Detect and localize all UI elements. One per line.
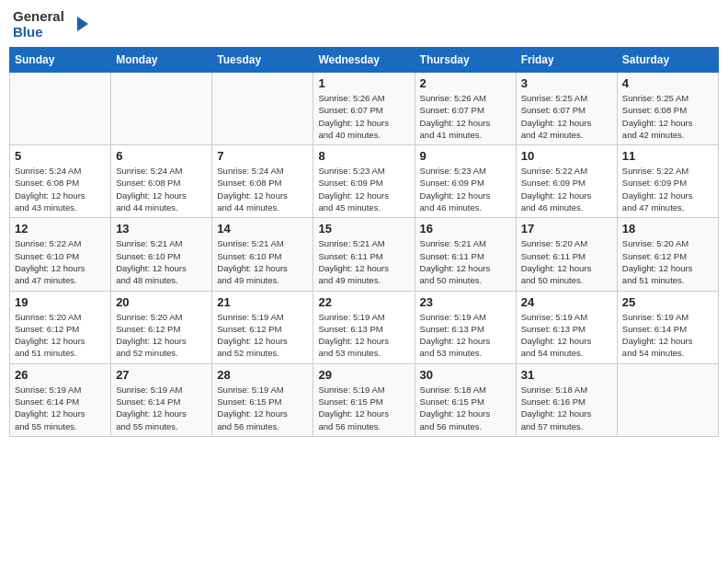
logo-line2: Blue	[13, 25, 64, 40]
calendar-cell: 3Sunrise: 5:25 AMSunset: 6:07 PMDaylight…	[516, 73, 617, 145]
day-number: 30	[420, 368, 511, 382]
day-info: Sunrise: 5:26 AMSunset: 6:07 PMDaylight:…	[420, 92, 511, 141]
day-info: Sunrise: 5:22 AMSunset: 6:09 PMDaylight:…	[622, 165, 713, 213]
day-info: Sunrise: 5:23 AMSunset: 6:09 PMDaylight:…	[318, 165, 409, 213]
calendar-cell: 25Sunrise: 5:19 AMSunset: 6:14 PMDayligh…	[617, 291, 718, 363]
day-number: 22	[318, 295, 409, 309]
day-number: 14	[217, 222, 308, 236]
calendar-cell: 26Sunrise: 5:19 AMSunset: 6:14 PMDayligh…	[10, 363, 111, 436]
calendar-cell: 27Sunrise: 5:19 AMSunset: 6:14 PMDayligh…	[111, 363, 212, 436]
day-info: Sunrise: 5:21 AMSunset: 6:11 PMDaylight:…	[420, 237, 511, 286]
day-info: Sunrise: 5:26 AMSunset: 6:07 PMDaylight:…	[318, 92, 409, 141]
calendar-cell: 13Sunrise: 5:21 AMSunset: 6:10 PMDayligh…	[111, 218, 212, 291]
calendar-cell: 31Sunrise: 5:18 AMSunset: 6:16 PMDayligh…	[516, 363, 617, 436]
calendar-cell: 30Sunrise: 5:18 AMSunset: 6:15 PMDayligh…	[415, 363, 516, 436]
day-number: 18	[622, 222, 713, 236]
day-number: 27	[116, 368, 207, 382]
logo: General Blue	[13, 9, 88, 40]
calendar-cell	[111, 73, 212, 145]
calendar-cell	[10, 73, 111, 145]
day-number: 13	[116, 222, 207, 236]
calendar-cell: 15Sunrise: 5:21 AMSunset: 6:11 PMDayligh…	[313, 218, 415, 291]
day-info: Sunrise: 5:19 AMSunset: 6:14 PMDaylight:…	[15, 384, 106, 432]
day-number: 6	[116, 149, 207, 163]
day-info: Sunrise: 5:19 AMSunset: 6:14 PMDaylight:…	[622, 311, 713, 360]
day-info: Sunrise: 5:20 AMSunset: 6:11 PMDaylight:…	[521, 237, 612, 286]
day-info: Sunrise: 5:21 AMSunset: 6:10 PMDaylight:…	[116, 237, 207, 286]
day-number: 25	[622, 295, 713, 309]
calendar-cell: 28Sunrise: 5:19 AMSunset: 6:15 PMDayligh…	[212, 363, 313, 436]
day-info: Sunrise: 5:19 AMSunset: 6:12 PMDaylight:…	[217, 311, 308, 360]
calendar-cell: 1Sunrise: 5:26 AMSunset: 6:07 PMDaylight…	[313, 73, 415, 145]
weekday-header: Friday	[516, 48, 617, 73]
calendar-cell	[212, 73, 313, 145]
calendar-cell: 10Sunrise: 5:22 AMSunset: 6:09 PMDayligh…	[516, 145, 617, 218]
day-number: 24	[521, 295, 612, 309]
day-number: 28	[217, 368, 308, 382]
day-info: Sunrise: 5:19 AMSunset: 6:13 PMDaylight:…	[420, 311, 511, 360]
calendar-cell: 11Sunrise: 5:22 AMSunset: 6:09 PMDayligh…	[617, 145, 718, 218]
weekday-header: Sunday	[10, 48, 111, 73]
day-info: Sunrise: 5:18 AMSunset: 6:16 PMDaylight:…	[521, 384, 612, 432]
day-info: Sunrise: 5:25 AMSunset: 6:07 PMDaylight:…	[521, 92, 612, 141]
day-info: Sunrise: 5:22 AMSunset: 6:10 PMDaylight:…	[15, 237, 106, 286]
day-number: 4	[622, 76, 713, 90]
day-info: Sunrise: 5:24 AMSunset: 6:08 PMDaylight:…	[15, 165, 106, 213]
day-info: Sunrise: 5:20 AMSunset: 6:12 PMDaylight:…	[15, 311, 106, 360]
calendar-cell: 22Sunrise: 5:19 AMSunset: 6:13 PMDayligh…	[313, 291, 415, 363]
day-info: Sunrise: 5:19 AMSunset: 6:13 PMDaylight:…	[318, 311, 409, 360]
day-number: 12	[15, 222, 106, 236]
calendar-cell: 9Sunrise: 5:23 AMSunset: 6:09 PMDaylight…	[415, 145, 516, 218]
calendar-cell: 5Sunrise: 5:24 AMSunset: 6:08 PMDaylight…	[10, 145, 111, 218]
calendar-cell: 16Sunrise: 5:21 AMSunset: 6:11 PMDayligh…	[415, 218, 516, 291]
calendar-cell: 7Sunrise: 5:24 AMSunset: 6:08 PMDaylight…	[212, 145, 313, 218]
day-info: Sunrise: 5:24 AMSunset: 6:08 PMDaylight:…	[116, 165, 207, 213]
day-info: Sunrise: 5:19 AMSunset: 6:15 PMDaylight:…	[318, 384, 409, 432]
weekday-header: Monday	[111, 48, 212, 73]
weekday-header: Saturday	[617, 48, 718, 73]
day-number: 1	[318, 76, 409, 90]
calendar-table: SundayMondayTuesdayWednesdayThursdayFrid…	[9, 47, 719, 437]
calendar-cell: 18Sunrise: 5:20 AMSunset: 6:12 PMDayligh…	[617, 218, 718, 291]
day-info: Sunrise: 5:24 AMSunset: 6:08 PMDaylight:…	[217, 165, 308, 213]
day-number: 26	[15, 368, 106, 382]
calendar-cell: 23Sunrise: 5:19 AMSunset: 6:13 PMDayligh…	[415, 291, 516, 363]
calendar-cell: 19Sunrise: 5:20 AMSunset: 6:12 PMDayligh…	[10, 291, 111, 363]
calendar-cell: 4Sunrise: 5:25 AMSunset: 6:08 PMDaylight…	[617, 73, 718, 145]
weekday-header: Thursday	[415, 48, 516, 73]
calendar-cell	[617, 363, 718, 436]
day-number: 20	[116, 295, 207, 309]
day-number: 15	[318, 222, 409, 236]
day-number: 5	[15, 149, 106, 163]
day-number: 23	[420, 295, 511, 309]
day-info: Sunrise: 5:19 AMSunset: 6:15 PMDaylight:…	[217, 384, 308, 432]
day-info: Sunrise: 5:20 AMSunset: 6:12 PMDaylight:…	[622, 237, 713, 286]
day-info: Sunrise: 5:21 AMSunset: 6:11 PMDaylight:…	[318, 237, 409, 286]
day-info: Sunrise: 5:25 AMSunset: 6:08 PMDaylight:…	[622, 92, 713, 141]
day-number: 8	[318, 149, 409, 163]
calendar-cell: 8Sunrise: 5:23 AMSunset: 6:09 PMDaylight…	[313, 145, 415, 218]
day-number: 29	[318, 368, 409, 382]
calendar-cell: 21Sunrise: 5:19 AMSunset: 6:12 PMDayligh…	[212, 291, 313, 363]
day-number: 7	[217, 149, 308, 163]
calendar-cell: 6Sunrise: 5:24 AMSunset: 6:08 PMDaylight…	[111, 145, 212, 218]
day-info: Sunrise: 5:23 AMSunset: 6:09 PMDaylight:…	[420, 165, 511, 213]
day-number: 19	[15, 295, 106, 309]
calendar-cell: 24Sunrise: 5:19 AMSunset: 6:13 PMDayligh…	[516, 291, 617, 363]
day-info: Sunrise: 5:18 AMSunset: 6:15 PMDaylight:…	[420, 384, 511, 432]
day-info: Sunrise: 5:21 AMSunset: 6:10 PMDaylight:…	[217, 237, 308, 286]
calendar-cell: 14Sunrise: 5:21 AMSunset: 6:10 PMDayligh…	[212, 218, 313, 291]
calendar-cell: 20Sunrise: 5:20 AMSunset: 6:12 PMDayligh…	[111, 291, 212, 363]
day-number: 11	[622, 149, 713, 163]
weekday-header: Wednesday	[313, 48, 415, 73]
day-info: Sunrise: 5:22 AMSunset: 6:09 PMDaylight:…	[521, 165, 612, 213]
day-number: 3	[521, 76, 612, 90]
day-number: 21	[217, 295, 308, 309]
logo-arrow-icon	[68, 15, 88, 35]
calendar-cell: 17Sunrise: 5:20 AMSunset: 6:11 PMDayligh…	[516, 218, 617, 291]
day-number: 17	[521, 222, 612, 236]
day-info: Sunrise: 5:20 AMSunset: 6:12 PMDaylight:…	[116, 311, 207, 360]
day-number: 31	[521, 368, 612, 382]
logo-line1: General	[13, 9, 64, 25]
calendar-cell: 12Sunrise: 5:22 AMSunset: 6:10 PMDayligh…	[10, 218, 111, 291]
